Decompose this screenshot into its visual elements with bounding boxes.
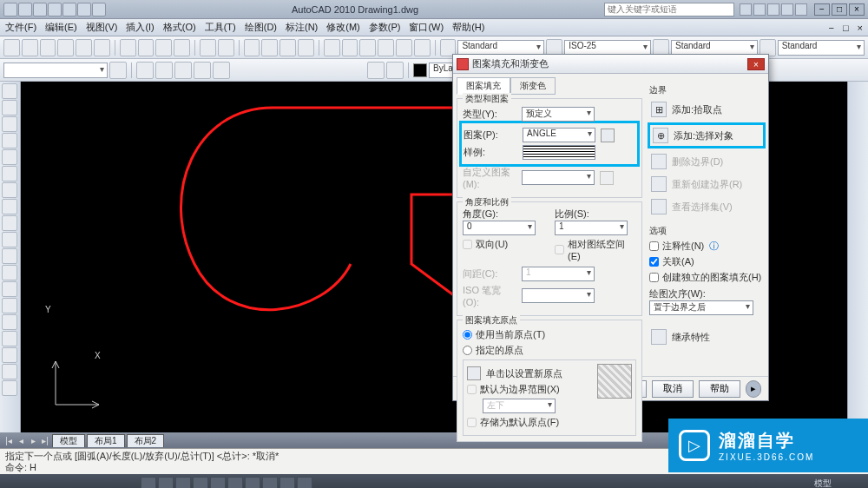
- revcloud-icon[interactable]: [2, 199, 17, 214]
- plot-icon[interactable]: [57, 39, 74, 56]
- rectangle-icon[interactable]: [2, 149, 17, 165]
- dialog-close-button[interactable]: ×: [747, 58, 765, 70]
- tab-prev-icon[interactable]: ◂: [16, 436, 26, 445]
- doc-restore-button[interactable]: □: [843, 23, 849, 33]
- subscription-icon[interactable]: [753, 3, 766, 16]
- grid-toggle[interactable]: [158, 477, 174, 488]
- qp-toggle[interactable]: [297, 477, 312, 488]
- comm-icon[interactable]: [767, 3, 779, 16]
- calc-icon[interactable]: [414, 39, 431, 56]
- angle-combo[interactable]: 0: [463, 221, 536, 235]
- table-style-combo[interactable]: Standard: [671, 40, 758, 56]
- undo-icon[interactable]: [200, 39, 216, 56]
- menu-file[interactable]: 文件(F): [5, 21, 36, 34]
- tab-first-icon[interactable]: |◂: [3, 436, 14, 445]
- menu-view[interactable]: 视图(V): [86, 21, 118, 34]
- layer-iso-icon[interactable]: [136, 62, 154, 79]
- draw-order-combo[interactable]: 置于边界之后: [649, 300, 753, 315]
- help-button[interactable]: 帮助: [699, 380, 740, 398]
- print-icon[interactable]: [92, 3, 106, 16]
- specified-radio[interactable]: [463, 346, 472, 355]
- lwt-toggle[interactable]: [279, 477, 295, 488]
- redo-icon[interactable]: [77, 3, 91, 16]
- menu-format[interactable]: 格式(O): [163, 21, 196, 34]
- text-style-combo[interactable]: Standard: [457, 40, 544, 56]
- otrack-toggle[interactable]: [227, 477, 243, 488]
- menu-edit[interactable]: 编辑(E): [45, 21, 77, 34]
- dyn-toggle[interactable]: [262, 477, 278, 488]
- ducs-toggle[interactable]: [245, 477, 260, 488]
- menu-window[interactable]: 窗口(W): [409, 21, 444, 34]
- zoom-window-icon[interactable]: [279, 39, 296, 56]
- tab-layout2[interactable]: 布局2: [127, 434, 165, 447]
- zoom-prev-icon[interactable]: [298, 39, 314, 56]
- close-button[interactable]: ×: [849, 3, 865, 16]
- menu-tools[interactable]: 工具(T): [205, 21, 236, 34]
- model-space-label[interactable]: 模型: [814, 478, 832, 488]
- markup-icon[interactable]: [396, 39, 412, 56]
- annotative-check[interactable]: [649, 241, 659, 251]
- tab-next-icon[interactable]: ▸: [28, 436, 38, 445]
- polygon-icon[interactable]: [2, 133, 17, 148]
- favorites-icon[interactable]: [781, 3, 793, 16]
- dim-style-combo[interactable]: ISO-25: [564, 40, 651, 56]
- region-icon[interactable]: [2, 347, 17, 363]
- line-icon[interactable]: [2, 83, 17, 99]
- spline-icon[interactable]: [2, 215, 17, 231]
- tab-hatch[interactable]: 图案填充: [457, 77, 510, 95]
- paste-icon[interactable]: [155, 39, 172, 56]
- mtext-icon[interactable]: [2, 380, 17, 396]
- open-icon[interactable]: [22, 39, 38, 56]
- publish-icon[interactable]: [94, 39, 110, 56]
- pan-icon[interactable]: [244, 39, 260, 56]
- circle-icon[interactable]: [2, 182, 17, 198]
- pline-icon[interactable]: [2, 116, 17, 132]
- help-icon[interactable]: [795, 3, 807, 16]
- tab-last-icon[interactable]: ▸|: [40, 436, 50, 445]
- ellipse-icon[interactable]: [2, 232, 17, 247]
- xline-icon[interactable]: [2, 100, 17, 115]
- layer-freeze-icon[interactable]: [155, 62, 173, 79]
- info-icon[interactable]: ⓘ: [709, 240, 719, 253]
- open-icon[interactable]: [33, 3, 47, 16]
- layer-props-icon[interactable]: [109, 62, 127, 79]
- menu-dim[interactable]: 标注(N): [286, 21, 318, 34]
- tool-palette-icon[interactable]: [359, 39, 376, 56]
- add-pick-points-button[interactable]: ⊞添加:拾取点: [649, 100, 764, 119]
- insert-block-icon[interactable]: [2, 265, 17, 280]
- restore-button[interactable]: □: [832, 3, 847, 16]
- search-icon[interactable]: [740, 3, 752, 16]
- expand-button[interactable]: ▸: [746, 380, 761, 398]
- copy-icon[interactable]: [138, 39, 155, 56]
- pattern-combo[interactable]: ANGLE: [523, 128, 595, 142]
- doc-close-button[interactable]: ×: [858, 23, 863, 33]
- menu-draw[interactable]: 绘图(D): [245, 21, 277, 34]
- doc-min-button[interactable]: −: [828, 23, 833, 33]
- menu-param[interactable]: 参数(P): [369, 21, 401, 34]
- layer-off-icon[interactable]: [174, 62, 192, 79]
- arc-icon[interactable]: [2, 166, 17, 181]
- scale-combo[interactable]: 1: [555, 221, 628, 235]
- dialog-titlebar[interactable]: 图案填充和渐变色 ×: [453, 55, 768, 74]
- ml-style-combo[interactable]: Standard: [778, 40, 865, 56]
- gradient-icon[interactable]: [2, 331, 17, 346]
- sample-swatch[interactable]: [523, 145, 595, 160]
- tab-model[interactable]: 模型: [52, 434, 85, 447]
- undo-icon[interactable]: [62, 3, 76, 16]
- sheet-icon[interactable]: [378, 39, 394, 56]
- hatch-icon[interactable]: [2, 314, 17, 330]
- ellipse-arc-icon[interactable]: [2, 248, 17, 264]
- snap-toggle[interactable]: [141, 477, 156, 488]
- new-icon[interactable]: [3, 39, 20, 56]
- cancel-button[interactable]: 取消: [652, 380, 694, 398]
- dcenter-icon[interactable]: [342, 39, 358, 56]
- help-search-input[interactable]: [604, 3, 734, 16]
- block-icon[interactable]: [367, 62, 385, 79]
- osnap-toggle[interactable]: [210, 477, 226, 488]
- menu-insert[interactable]: 插入(I): [126, 21, 154, 34]
- point-icon[interactable]: [2, 298, 17, 313]
- add-select-objects-button[interactable]: ⊕添加:选择对象: [648, 122, 766, 148]
- associative-check[interactable]: [649, 257, 659, 267]
- polar-toggle[interactable]: [193, 477, 208, 488]
- use-current-radio[interactable]: [463, 330, 472, 340]
